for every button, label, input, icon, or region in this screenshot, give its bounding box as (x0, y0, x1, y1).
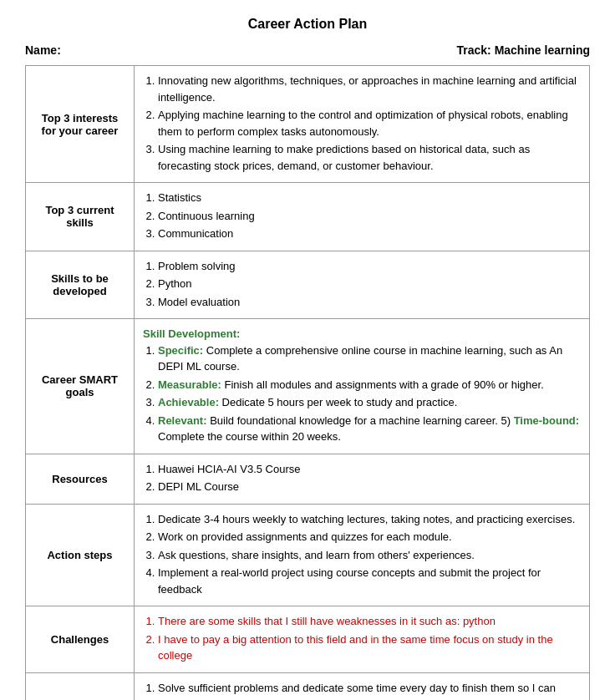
list-item: Ask questions, share insights, and learn… (158, 547, 581, 564)
smart-item: Achievable: Dedicate 5 hours per week to… (158, 394, 581, 411)
list-item: Innovating new algorithms, techniques, o… (158, 73, 581, 105)
list-item: Model evaluation (158, 294, 581, 311)
row-content-4: Huawei HCIA-AI V3.5 CourseDEPI ML Course (135, 454, 590, 504)
row-label-4: Resources (26, 454, 135, 504)
smart-item: Specific: Complete a comprehensive onlin… (158, 342, 581, 375)
row-content-6: There are some skills that I still have … (135, 606, 590, 673)
row-label-6: Challenges (26, 606, 135, 673)
list-item: Statistics (158, 190, 581, 206)
list-item: Implement a real-world project using cou… (158, 565, 581, 597)
list-item: Dedicate 3-4 hours weekly to watching le… (158, 511, 581, 528)
list-item: Communication (158, 226, 581, 242)
list-item: Huawei HCIA-AI V3.5 Course (158, 461, 581, 478)
row-content-5: Dedicate 3-4 hours weekly to watching le… (135, 504, 590, 606)
main-table: Top 3 interests for your careerInnovatin… (25, 65, 590, 700)
row-label-3: Career SMART goals (26, 319, 135, 454)
challenge-item: There are some skills that I still have … (158, 613, 581, 630)
list-item: Problem solving (158, 258, 581, 275)
row-label-7: Solutions (26, 672, 135, 700)
list-item: Applying machine learning to the control… (158, 107, 581, 139)
row-label-2: Skills to be developed (26, 251, 135, 319)
list-item: Continuous learning (158, 208, 581, 225)
challenge-item: I have to pay a big attention to this fi… (158, 632, 581, 664)
list-item: Python (158, 276, 581, 292)
page-title: Career Action Plan (25, 17, 590, 32)
row-content-3: Skill Development:Specific: Complete a c… (135, 319, 590, 454)
row-content-7: Solve sufficient problems and dedicate s… (135, 672, 590, 700)
smart-item: Relevant: Build foundational knowledge f… (158, 413, 581, 445)
name-label: Name: (25, 43, 61, 57)
list-item: Solve sufficient problems and dedicate s… (158, 680, 581, 701)
row-content-2: Problem solvingPythonModel evaluation (135, 251, 590, 319)
track-label: Track: Machine learning (457, 43, 591, 57)
smart-item: Measurable: Finish all modules and assig… (158, 377, 581, 393)
row-label-0: Top 3 interests for your career (26, 66, 135, 183)
row-content-0: Innovating new algorithms, techniques, o… (135, 66, 590, 183)
list-item: Work on provided assignments and quizzes… (158, 529, 581, 545)
list-item: DEPI ML Course (158, 479, 581, 495)
smart-heading: Skill Development: (143, 326, 581, 342)
list-item: Using machine learning to make predictio… (158, 141, 581, 174)
row-label-1: Top 3 current skills (26, 183, 135, 251)
row-label-5: Action steps (26, 504, 135, 606)
row-content-1: StatisticsContinuous learningCommunicati… (135, 183, 590, 251)
header-row: Name: Track: Machine learning (25, 43, 590, 57)
